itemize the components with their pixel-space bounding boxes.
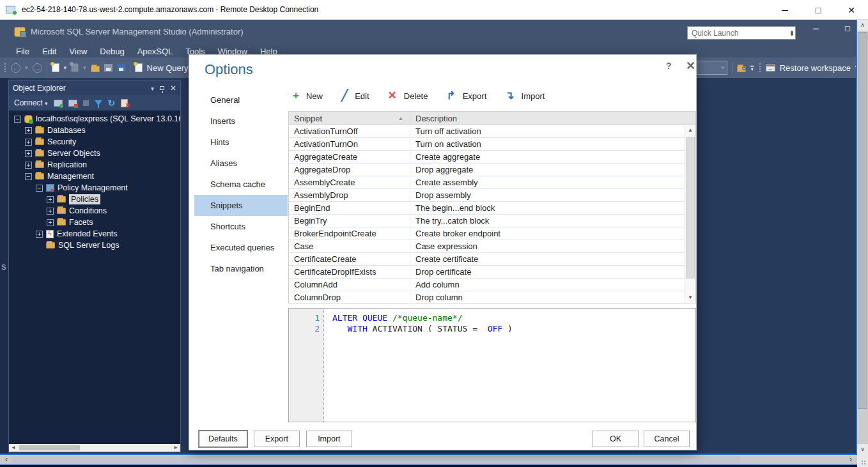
- tree-item[interactable]: −Management: [9, 171, 180, 182]
- ssms-maximize-button[interactable]: □: [845, 24, 850, 33]
- expand-icon[interactable]: +: [36, 231, 43, 238]
- table-row[interactable]: ActivationTurnOnTurn on activation: [289, 138, 685, 151]
- export-button[interactable]: Export: [254, 431, 300, 447]
- quick-launch-box[interactable]: [687, 26, 796, 40]
- scroll-up-icon[interactable]: ∧: [857, 20, 868, 31]
- nav-item-tab-navigation[interactable]: Tab navigation: [194, 258, 288, 279]
- tree-item[interactable]: SQL Server Logs: [9, 240, 180, 251]
- save-all-icon[interactable]: [117, 64, 125, 72]
- connect-button[interactable]: Connect ▾: [14, 98, 48, 107]
- pin-icon[interactable]: [160, 86, 164, 90]
- table-row[interactable]: ColumnDropDrop column: [289, 291, 685, 303]
- menu-edit[interactable]: Edit: [36, 47, 63, 56]
- scrollbar-thumb[interactable]: [686, 137, 695, 279]
- table-row[interactable]: ActivationTurnOffTurn off activation: [289, 125, 685, 138]
- collapse-icon[interactable]: −: [25, 173, 32, 180]
- navigate-back-icon[interactable]: ←: [11, 63, 20, 73]
- navigate-forward-icon[interactable]: →: [33, 63, 42, 73]
- nav-item-shortcuts[interactable]: Shortcuts: [194, 216, 288, 237]
- rdp-hscrollbar[interactable]: ‹ ›: [0, 455, 857, 464]
- tree-item[interactable]: +Replication: [9, 159, 180, 171]
- table-row[interactable]: CertificateCreateCreate certificate: [289, 253, 685, 266]
- cancel-button[interactable]: Cancel: [644, 431, 690, 447]
- rdp-resize-grip[interactable]: [857, 455, 868, 467]
- scroll-up-icon[interactable]: ▲: [685, 125, 695, 135]
- toolbar-combobox[interactable]: ▾: [697, 61, 727, 75]
- scrollbar-thumb[interactable]: [12, 456, 740, 464]
- tree-item[interactable]: +Databases: [9, 125, 180, 136]
- nav-item-executed-queries[interactable]: Executed queries: [194, 237, 288, 258]
- scroll-down-icon[interactable]: ∨: [857, 444, 868, 455]
- dialog-toolbar-import-button[interactable]: ↴Import: [505, 90, 545, 102]
- close-icon[interactable]: ✕: [170, 84, 176, 93]
- nav-item-aliases[interactable]: Aliases: [194, 153, 288, 174]
- scroll-down-icon[interactable]: ▼: [685, 293, 695, 303]
- back-dropdown-icon[interactable]: ▾: [25, 65, 28, 71]
- dialog-toolbar-edit-button[interactable]: ╱Edit: [341, 90, 369, 102]
- open-file-icon[interactable]: [91, 66, 100, 72]
- menu-debug[interactable]: Debug: [93, 47, 130, 56]
- tree-item[interactable]: +Extended Events: [9, 228, 180, 240]
- column-header-description[interactable]: Description: [410, 114, 695, 123]
- expand-icon[interactable]: +: [25, 127, 32, 134]
- close-icon[interactable]: ✕: [686, 59, 695, 73]
- collapse-icon[interactable]: −: [14, 116, 21, 123]
- tree-item[interactable]: +Conditions: [9, 205, 180, 217]
- refresh-icon[interactable]: ↻: [108, 98, 116, 107]
- table-row[interactable]: AssemblyDropDrop assembly: [289, 189, 685, 202]
- new-query-button[interactable]: New Query: [147, 63, 189, 73]
- new-query-dropdown-icon[interactable]: ▾: [64, 65, 67, 71]
- import-button[interactable]: Import: [306, 431, 352, 447]
- expand-icon[interactable]: +: [25, 162, 32, 169]
- menu-view[interactable]: View: [63, 47, 93, 56]
- object-explorer-hscrollbar[interactable]: ◄ ►: [9, 444, 180, 452]
- expand-icon[interactable]: +: [25, 150, 32, 157]
- dialog-toolbar-export-button[interactable]: ↱Export: [446, 90, 486, 102]
- toolbar-overflow-icon[interactable]: ▪▪▾: [750, 65, 754, 71]
- tree-item[interactable]: +Facets: [9, 217, 180, 228]
- table-row[interactable]: CertificateDropIfExistsDrop certificate: [289, 266, 685, 279]
- tree-item[interactable]: +Policies: [9, 194, 180, 205]
- menu-file[interactable]: File: [10, 47, 36, 56]
- rdp-minimize-button[interactable]: ─: [768, 0, 802, 20]
- new-query-icon[interactable]: [52, 63, 59, 72]
- connect-server-icon[interactable]: [54, 100, 63, 107]
- dialog-toolbar-new-button[interactable]: +New: [293, 90, 323, 102]
- script-error-icon[interactable]: [121, 99, 128, 107]
- expand-icon[interactable]: +: [47, 219, 54, 226]
- quick-launch-input[interactable]: [688, 29, 791, 38]
- nav-item-inserts[interactable]: Inserts: [194, 111, 288, 132]
- dialog-toolbar-delete-button[interactable]: ✕Delete: [388, 90, 428, 102]
- table-row[interactable]: BeginEndThe begin...end block: [289, 202, 685, 215]
- tree-item[interactable]: −localhost\sqlexpress (SQL Server 13.0.1…: [9, 113, 180, 125]
- scrollbar-thumb[interactable]: [19, 445, 80, 450]
- defaults-button[interactable]: Defaults: [199, 431, 247, 447]
- table-row[interactable]: AssemblyCreateCreate assembly: [289, 176, 685, 189]
- open-query-dropdown-icon[interactable]: ▾: [83, 65, 86, 71]
- save-icon[interactable]: [104, 64, 112, 72]
- scroll-right-icon[interactable]: ►: [171, 444, 180, 452]
- rdp-maximize-button[interactable]: □: [802, 0, 835, 20]
- find-in-files-icon[interactable]: [737, 66, 746, 72]
- scroll-right-icon[interactable]: ›: [846, 455, 856, 464]
- toolbar-grip[interactable]: [4, 63, 6, 73]
- rdp-vscrollbar[interactable]: ∧ ∨: [857, 20, 868, 455]
- table-row[interactable]: BeginTryThe try...catch block: [289, 215, 685, 227]
- expand-icon[interactable]: +: [47, 196, 54, 203]
- help-icon[interactable]: ?: [666, 61, 672, 71]
- column-header-snippet[interactable]: Snippet ▲: [289, 112, 410, 125]
- ssms-minimize-button[interactable]: ─: [813, 24, 819, 33]
- nav-item-general[interactable]: General: [194, 89, 288, 111]
- new-query-button-icon[interactable]: [135, 63, 143, 72]
- nav-item-schema-cache[interactable]: Schema cache: [194, 174, 288, 195]
- tree-item[interactable]: −Policy Management: [9, 182, 180, 194]
- table-row[interactable]: BrokerEndpointCreateCreate broker endpoi…: [289, 227, 685, 240]
- nav-item-snippets[interactable]: Snippets: [194, 195, 288, 216]
- open-query-icon[interactable]: [71, 63, 79, 72]
- scroll-left-icon[interactable]: ◄: [9, 444, 18, 452]
- tree-item[interactable]: +Server Objects: [9, 148, 180, 159]
- menu-apexsql[interactable]: ApexSQL: [131, 47, 180, 56]
- table-row[interactable]: CaseCase expression: [289, 240, 685, 253]
- scroll-left-icon[interactable]: ‹: [1, 455, 12, 464]
- scrollbar-thumb[interactable]: [858, 32, 867, 409]
